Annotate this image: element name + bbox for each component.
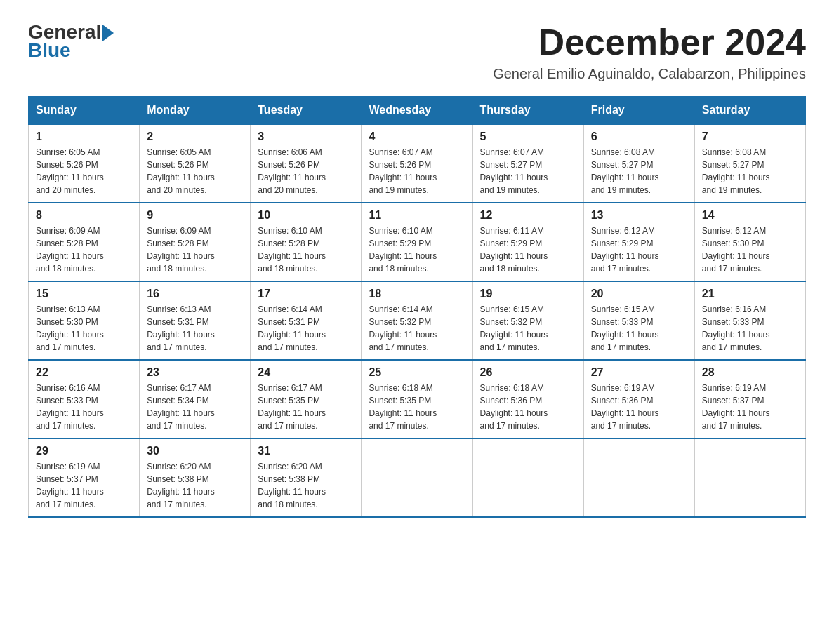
weekday-header-tuesday: Tuesday: [251, 97, 362, 125]
day-info: Sunrise: 6:14 AMSunset: 5:32 PMDaylight:…: [369, 303, 465, 354]
day-number: 17: [258, 288, 354, 300]
day-info: Sunrise: 6:15 AMSunset: 5:33 PMDaylight:…: [591, 303, 687, 354]
weekday-header-sunday: Sunday: [29, 97, 140, 125]
day-number: 6: [591, 130, 687, 143]
calendar-cell: [583, 438, 694, 517]
day-number: 10: [258, 209, 354, 222]
calendar-cell: 29Sunrise: 6:19 AMSunset: 5:37 PMDayligh…: [29, 438, 140, 517]
day-number: 15: [36, 288, 132, 300]
logo-blue-text: Blue: [28, 39, 114, 62]
calendar-cell: 10Sunrise: 6:10 AMSunset: 5:28 PMDayligh…: [251, 203, 362, 281]
calendar-cell: [472, 438, 583, 517]
calendar-cell: 11Sunrise: 6:10 AMSunset: 5:29 PMDayligh…: [362, 203, 472, 281]
day-number: 25: [369, 366, 465, 379]
calendar-cell: 22Sunrise: 6:16 AMSunset: 5:33 PMDayligh…: [29, 360, 140, 438]
calendar-cell: 1Sunrise: 6:05 AMSunset: 5:26 PMDaylight…: [29, 124, 140, 203]
calendar-week-row-5: 29Sunrise: 6:19 AMSunset: 5:37 PMDayligh…: [29, 438, 806, 517]
calendar-week-row-4: 22Sunrise: 6:16 AMSunset: 5:33 PMDayligh…: [29, 360, 806, 438]
day-info: Sunrise: 6:13 AMSunset: 5:31 PMDaylight:…: [147, 303, 243, 354]
calendar-cell: 5Sunrise: 6:07 AMSunset: 5:27 PMDaylight…: [472, 124, 583, 203]
calendar-cell: 14Sunrise: 6:12 AMSunset: 5:30 PMDayligh…: [694, 203, 805, 281]
day-number: 9: [147, 209, 243, 222]
day-info: Sunrise: 6:12 AMSunset: 5:30 PMDaylight:…: [702, 224, 798, 275]
day-info: Sunrise: 6:07 AMSunset: 5:26 PMDaylight:…: [369, 146, 465, 196]
day-info: Sunrise: 6:05 AMSunset: 5:26 PMDaylight:…: [36, 146, 132, 196]
day-number: 18: [369, 288, 465, 300]
day-info: Sunrise: 6:13 AMSunset: 5:30 PMDaylight:…: [36, 303, 132, 354]
calendar-cell: 7Sunrise: 6:08 AMSunset: 5:27 PMDaylight…: [694, 124, 805, 203]
day-info: Sunrise: 6:06 AMSunset: 5:26 PMDaylight:…: [258, 146, 354, 196]
day-number: 28: [702, 366, 798, 379]
day-info: Sunrise: 6:10 AMSunset: 5:28 PMDaylight:…: [258, 224, 354, 275]
calendar-cell: [362, 438, 472, 517]
weekday-header-saturday: Saturday: [694, 97, 805, 125]
day-info: Sunrise: 6:07 AMSunset: 5:27 PMDaylight:…: [480, 146, 576, 196]
day-number: 24: [258, 366, 354, 379]
day-info: Sunrise: 6:08 AMSunset: 5:27 PMDaylight:…: [702, 146, 798, 196]
calendar-cell: 18Sunrise: 6:14 AMSunset: 5:32 PMDayligh…: [362, 281, 472, 360]
day-info: Sunrise: 6:19 AMSunset: 5:37 PMDaylight:…: [702, 382, 798, 432]
day-number: 30: [147, 445, 243, 457]
calendar-cell: 31Sunrise: 6:20 AMSunset: 5:38 PMDayligh…: [251, 438, 362, 517]
day-number: 7: [702, 130, 798, 143]
calendar-cell: 30Sunrise: 6:20 AMSunset: 5:38 PMDayligh…: [140, 438, 251, 517]
calendar-cell: 9Sunrise: 6:09 AMSunset: 5:28 PMDaylight…: [140, 203, 251, 281]
day-number: 11: [369, 209, 465, 222]
day-info: Sunrise: 6:12 AMSunset: 5:29 PMDaylight:…: [591, 224, 687, 275]
day-info: Sunrise: 6:19 AMSunset: 5:36 PMDaylight:…: [591, 382, 687, 432]
weekday-header-friday: Friday: [583, 97, 694, 125]
calendar-cell: 17Sunrise: 6:14 AMSunset: 5:31 PMDayligh…: [251, 281, 362, 360]
calendar-cell: 21Sunrise: 6:16 AMSunset: 5:33 PMDayligh…: [694, 281, 805, 360]
day-info: Sunrise: 6:17 AMSunset: 5:34 PMDaylight:…: [147, 382, 243, 432]
day-number: 13: [591, 209, 687, 222]
weekday-header-monday: Monday: [140, 97, 251, 125]
day-info: Sunrise: 6:05 AMSunset: 5:26 PMDaylight:…: [147, 146, 243, 196]
day-number: 31: [258, 445, 354, 457]
title-section: December 2024 General Emilio Aguinaldo, …: [493, 21, 806, 82]
logo: General Blue: [28, 21, 114, 62]
day-number: 14: [702, 209, 798, 222]
day-number: 8: [36, 209, 132, 222]
day-number: 4: [369, 130, 465, 143]
day-info: Sunrise: 6:09 AMSunset: 5:28 PMDaylight:…: [36, 224, 132, 275]
day-number: 12: [480, 209, 576, 222]
calendar-table: SundayMondayTuesdayWednesdayThursdayFrid…: [28, 96, 806, 518]
day-info: Sunrise: 6:18 AMSunset: 5:36 PMDaylight:…: [480, 382, 576, 432]
day-number: 3: [258, 130, 354, 143]
calendar-cell: 16Sunrise: 6:13 AMSunset: 5:31 PMDayligh…: [140, 281, 251, 360]
calendar-cell: 4Sunrise: 6:07 AMSunset: 5:26 PMDaylight…: [362, 124, 472, 203]
day-number: 20: [591, 288, 687, 300]
day-info: Sunrise: 6:16 AMSunset: 5:33 PMDaylight:…: [36, 382, 132, 432]
weekday-header-wednesday: Wednesday: [362, 97, 472, 125]
weekday-header-thursday: Thursday: [472, 97, 583, 125]
day-info: Sunrise: 6:14 AMSunset: 5:31 PMDaylight:…: [258, 303, 354, 354]
day-info: Sunrise: 6:20 AMSunset: 5:38 PMDaylight:…: [147, 460, 243, 511]
calendar-cell: 26Sunrise: 6:18 AMSunset: 5:36 PMDayligh…: [472, 360, 583, 438]
day-info: Sunrise: 6:10 AMSunset: 5:29 PMDaylight:…: [369, 224, 465, 275]
day-info: Sunrise: 6:17 AMSunset: 5:35 PMDaylight:…: [258, 382, 354, 432]
day-number: 19: [480, 288, 576, 300]
calendar-cell: [694, 438, 805, 517]
calendar-cell: 28Sunrise: 6:19 AMSunset: 5:37 PMDayligh…: [694, 360, 805, 438]
calendar-cell: 25Sunrise: 6:18 AMSunset: 5:35 PMDayligh…: [362, 360, 472, 438]
location-title: General Emilio Aguinaldo, Calabarzon, Ph…: [493, 66, 806, 82]
day-info: Sunrise: 6:08 AMSunset: 5:27 PMDaylight:…: [591, 146, 687, 196]
day-number: 26: [480, 366, 576, 379]
day-info: Sunrise: 6:09 AMSunset: 5:28 PMDaylight:…: [147, 224, 243, 275]
calendar-cell: 15Sunrise: 6:13 AMSunset: 5:30 PMDayligh…: [29, 281, 140, 360]
calendar-cell: 23Sunrise: 6:17 AMSunset: 5:34 PMDayligh…: [140, 360, 251, 438]
calendar-cell: 20Sunrise: 6:15 AMSunset: 5:33 PMDayligh…: [583, 281, 694, 360]
calendar-cell: 19Sunrise: 6:15 AMSunset: 5:32 PMDayligh…: [472, 281, 583, 360]
day-info: Sunrise: 6:20 AMSunset: 5:38 PMDaylight:…: [258, 460, 354, 511]
day-number: 27: [591, 366, 687, 379]
calendar-week-row-2: 8Sunrise: 6:09 AMSunset: 5:28 PMDaylight…: [29, 203, 806, 281]
day-number: 22: [36, 366, 132, 379]
page-header: General Blue December 2024 General Emili…: [28, 21, 806, 82]
day-number: 2: [147, 130, 243, 143]
calendar-cell: 2Sunrise: 6:05 AMSunset: 5:26 PMDaylight…: [140, 124, 251, 203]
day-info: Sunrise: 6:19 AMSunset: 5:37 PMDaylight:…: [36, 460, 132, 511]
day-number: 5: [480, 130, 576, 143]
calendar-cell: 8Sunrise: 6:09 AMSunset: 5:28 PMDaylight…: [29, 203, 140, 281]
calendar-cell: 27Sunrise: 6:19 AMSunset: 5:36 PMDayligh…: [583, 360, 694, 438]
day-info: Sunrise: 6:15 AMSunset: 5:32 PMDaylight:…: [480, 303, 576, 354]
